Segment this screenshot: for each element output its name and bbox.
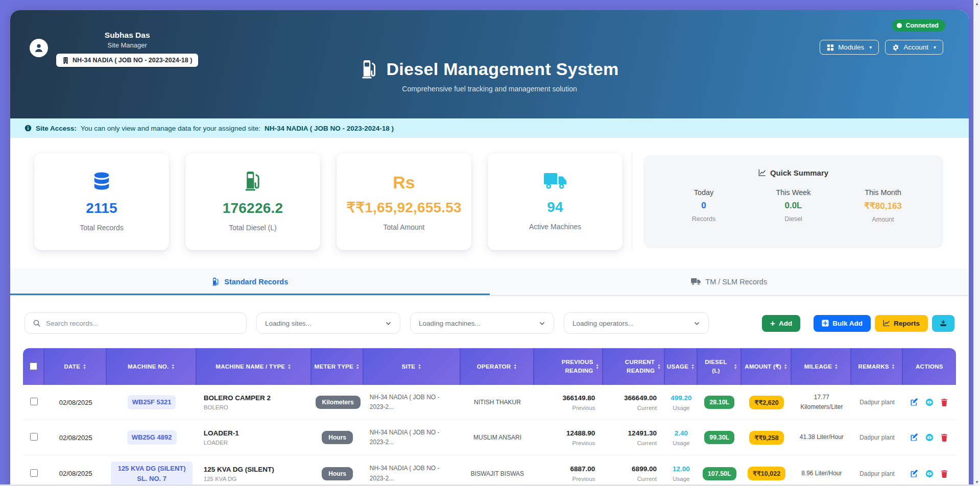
eye-icon	[925, 398, 934, 406]
stat-label: Total Records	[80, 224, 124, 232]
delete-button[interactable]	[938, 469, 951, 477]
col-site[interactable]: SITE▲▼	[364, 348, 461, 385]
col-amount[interactable]: AMOUNT (₹)▲▼	[742, 348, 792, 385]
view-button[interactable]	[923, 469, 936, 477]
col-actions: ACTIONS	[903, 348, 956, 385]
chevron-down-icon: ▾	[869, 44, 872, 50]
sort-icon[interactable]: ▲▼	[596, 363, 600, 370]
cell-previous-reading: 12488.90 Previous	[534, 420, 603, 455]
col-machine-no[interactable]: MACHINE NO.▲▼	[107, 348, 196, 385]
view-button[interactable]	[923, 398, 936, 406]
cell-current-reading: 12491.30 Current	[603, 420, 665, 455]
operators-select[interactable]: Loading operators...	[564, 312, 709, 334]
cell-usage: 499.20 Usage	[665, 385, 698, 420]
quick-summary-title: Quick Summary	[770, 168, 828, 177]
row-checkbox[interactable]	[30, 398, 38, 405]
site-access-site: NH-34 NADIA ( JOB NO - 2023-2024-18 )	[265, 125, 394, 132]
col-current-reading[interactable]: CURRENT READING▲▼	[603, 348, 665, 385]
search-box	[25, 312, 247, 334]
scroll-up-arrow-icon[interactable]: ▲	[975, 2, 979, 6]
col-remarks[interactable]: REMARKS▲▼	[851, 348, 902, 385]
search-icon	[33, 319, 41, 327]
cell-remarks: Dadpur plant	[851, 385, 902, 420]
stat-card-total-diesel: 176226.2 Total Diesel (L)	[185, 153, 320, 250]
sort-icon[interactable]: ▲▼	[172, 363, 175, 370]
sort-icon[interactable]: ▲▼	[784, 363, 787, 370]
sort-icon[interactable]: ▲▼	[657, 363, 661, 370]
machines-select[interactable]: Loading machines...	[410, 312, 554, 334]
col-meter-type[interactable]: METER TYPE▲▼	[312, 348, 364, 385]
col-mileage[interactable]: MILEAGE▲▼	[792, 348, 851, 385]
machine-type: LOADER	[204, 440, 307, 446]
plus-icon: +	[770, 319, 775, 328]
sort-icon[interactable]: ▲▼	[834, 363, 838, 370]
cell-current-reading: 6899.00 Current	[603, 455, 665, 486]
col-operator[interactable]: OPERATOR▲▼	[461, 348, 534, 385]
select-all-checkbox[interactable]	[30, 362, 37, 370]
chart-line-icon	[883, 320, 890, 327]
row-checkbox[interactable]	[30, 469, 38, 477]
chevron-down-icon	[385, 320, 392, 327]
fuel-pump-icon	[243, 172, 262, 191]
add-button[interactable]: + Add	[762, 315, 800, 332]
search-input[interactable]	[46, 320, 238, 327]
machine-no-badge[interactable]: 125 KVA DG (SILENT) SL. NO. 7	[111, 461, 192, 485]
trash-icon	[940, 398, 948, 406]
vertical-scrollbar[interactable]: ▲ ▼	[973, 0, 980, 486]
sort-icon[interactable]: ▲▼	[288, 363, 291, 370]
tab-standard-records[interactable]: Standard Records	[10, 269, 490, 295]
col-diesel[interactable]: DIESEL (L)▲▼	[698, 348, 742, 385]
machine-type: BOLERO	[204, 404, 307, 410]
view-button[interactable]	[923, 433, 936, 442]
diesel-badge: 28.10L	[704, 396, 734, 409]
connection-status-badge: Connected	[892, 19, 945, 32]
chevron-down-icon: ▾	[934, 44, 936, 50]
sort-icon[interactable]: ▲▼	[418, 363, 421, 370]
rupee-icon: Rs	[393, 173, 415, 192]
cell-site: NH-34 NADIA ( JOB NO - 2023-2...	[364, 385, 461, 420]
grid-icon	[827, 44, 834, 51]
stat-label: Active Machines	[529, 223, 581, 231]
machine-name: 125 KVA DG (SILENT)	[204, 466, 307, 473]
download-button[interactable]	[932, 315, 954, 332]
cell-mileage: 8.96 Liter/Hour	[792, 455, 851, 486]
edit-button[interactable]	[907, 469, 921, 477]
edit-button[interactable]	[907, 433, 921, 442]
sort-icon[interactable]: ▲▼	[691, 363, 695, 370]
table-header-row: DATE▲▼ MACHINE NO.▲▼ MACHINE NAME / TYPE…	[23, 348, 956, 385]
summary-item-this-month: This Month ₹₹80,163 Amount	[852, 188, 914, 223]
avatar[interactable]	[30, 39, 48, 57]
account-button[interactable]: Account ▾	[885, 40, 943, 55]
cell-previous-reading: 6887.00 Previous	[534, 455, 603, 486]
site-access-label: Site Access:	[36, 125, 77, 132]
tab-tm-slm-records[interactable]: TM / SLM Records	[490, 269, 969, 295]
sort-icon[interactable]: ▲▼	[356, 363, 360, 370]
machine-no-badge[interactable]: WB25G 4892	[127, 430, 177, 445]
truck-icon	[691, 278, 701, 285]
machine-no-badge[interactable]: WB25F 5321	[128, 395, 176, 409]
sort-icon[interactable]: ▲▼	[892, 363, 895, 370]
reports-button[interactable]: Reports	[875, 315, 928, 332]
cell-mileage: 41.38 Liter/Hour	[792, 420, 851, 455]
machine-name: BOLERO CAMPER 2	[204, 394, 307, 402]
sites-select[interactable]: Loading sites...	[256, 312, 400, 334]
col-previous-reading[interactable]: PREVIOUS READING▲▼	[534, 348, 603, 385]
edit-button[interactable]	[907, 398, 921, 406]
sort-icon[interactable]: ▲▼	[513, 363, 517, 370]
diesel-badge: 99.30L	[704, 431, 734, 444]
col-usage[interactable]: USAGE▲▼	[665, 348, 698, 385]
delete-button[interactable]	[938, 433, 951, 442]
row-checkbox[interactable]	[30, 433, 38, 441]
col-date[interactable]: DATE▲▼	[44, 348, 107, 385]
cell-date: 02/08/2025	[44, 420, 107, 455]
scroll-down-arrow-icon[interactable]: ▼	[975, 480, 979, 484]
bulk-add-button[interactable]: Bulk Add	[814, 315, 871, 332]
col-machine-name[interactable]: MACHINE NAME / TYPE▲▼	[197, 348, 312, 385]
quick-summary-panel: Quick Summary Today 0 Records This Week …	[643, 155, 943, 248]
cell-current-reading: 366649.00 Current	[603, 385, 665, 420]
sort-icon[interactable]: ▲▼	[734, 363, 737, 370]
records-tabs: Standard Records TM / SLM Records	[10, 269, 969, 296]
delete-button[interactable]	[938, 398, 951, 406]
modules-button[interactable]: Modules ▾	[820, 40, 879, 55]
sort-icon[interactable]: ▲▼	[83, 363, 86, 370]
